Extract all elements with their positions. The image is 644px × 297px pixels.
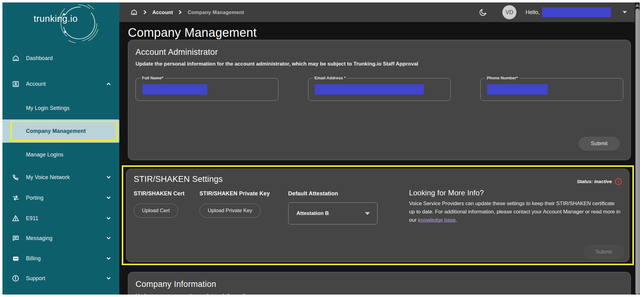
stir-shaken-card: STIR/SHAKEN Settings Status: Inactive ! … xyxy=(126,169,629,262)
sidebar-item-porting[interactable]: Porting xyxy=(2,190,119,205)
info-paragraph: Voice Service Providers can update these… xyxy=(409,200,622,224)
topbar: Account Company Management VD Hello, xyxy=(119,2,635,22)
account-administrator-card: Account Administrator Update the persona… xyxy=(128,40,631,160)
sidebar-item-label: Messaging xyxy=(26,235,52,242)
avatar[interactable]: VD xyxy=(502,5,516,19)
attestation-select[interactable]: Attestation B xyxy=(288,202,378,224)
field-label: Full Name* xyxy=(140,76,165,80)
status-text: Status: Inactive xyxy=(577,179,612,184)
sidebar-item-label: Porting xyxy=(26,195,43,201)
sidebar-item-label: Company Management xyxy=(26,128,86,134)
logo-arcs-icon xyxy=(56,2,102,46)
phone-icon xyxy=(12,173,20,181)
card-subtitle: Update your company's regulatory informa… xyxy=(136,293,623,295)
column-header-cert: STIR/SHAKEN Cert xyxy=(134,190,199,197)
sidebar-item-dashboard[interactable]: Dashboard xyxy=(2,51,119,66)
upload-cert-button[interactable]: Upload Cert xyxy=(134,204,178,218)
app-window: trunking.io Dashboard Account xyxy=(2,2,640,295)
card-title: Company Information xyxy=(136,280,623,289)
phone-number-field[interactable]: Phone Number* xyxy=(480,78,623,101)
breadcrumb-account[interactable]: Account xyxy=(152,9,173,15)
sidebar-item-label: Account xyxy=(26,81,46,87)
moon-icon[interactable] xyxy=(478,8,488,17)
admin-fields-row: Full Name* Email Address * Phone Number* xyxy=(136,78,623,101)
page-title: Company Management xyxy=(128,26,257,39)
warning-triangle-icon xyxy=(12,214,20,222)
redacted-phone xyxy=(487,84,548,95)
info-block: Looking for More Info? Voice Service Pro… xyxy=(409,189,622,224)
chevron-up-icon xyxy=(106,81,111,87)
sidebar-item-manage-logins[interactable]: Manage Logins xyxy=(2,148,119,162)
chevron-down-icon xyxy=(106,235,111,241)
main-content: Account Company Management VD Hello, Com… xyxy=(119,2,635,295)
card-title: STIR/SHAKEN Settings xyxy=(134,175,223,184)
card-title: Account Administrator xyxy=(136,47,623,57)
info-text-end: . xyxy=(456,217,457,223)
sidebar-item-label: My Voice Network xyxy=(26,174,70,181)
field-label: Phone Number* xyxy=(485,76,519,80)
chevron-right-icon xyxy=(143,10,147,15)
chevron-right-icon xyxy=(178,10,183,15)
sidebar-item-my-voice-network[interactable]: My Voice Network xyxy=(2,170,119,185)
column-header-attestation: Default Attestation xyxy=(288,190,386,197)
scrollbar-thumb[interactable] xyxy=(635,9,639,295)
company-information-card: Company Information Update your company'… xyxy=(128,272,631,295)
sidebar-item-label: E911 xyxy=(26,215,38,222)
sidebar-item-company-management[interactable]: Company Management xyxy=(2,119,119,143)
sidebar-item-label: My Login Settings xyxy=(26,105,70,111)
breadcrumb-company-management: Company Management xyxy=(188,9,244,15)
stir-submit-button-disabled[interactable]: Submit xyxy=(584,245,624,259)
stir-shaken-highlight-box: STIR/SHAKEN Settings Status: Inactive ! … xyxy=(122,165,634,265)
greeting-text: Hello, xyxy=(526,9,540,16)
knowledge-base-link[interactable]: knowledge base xyxy=(418,217,456,223)
logo[interactable]: trunking.io xyxy=(2,2,119,42)
chevron-down-icon xyxy=(106,175,111,180)
column-header-private-key: STIR/SHAKEN Private Key xyxy=(199,190,288,197)
chevron-down-icon xyxy=(365,212,370,215)
billing-card-icon xyxy=(12,254,20,262)
error-exclamation-icon: ! xyxy=(615,178,622,185)
home-icon xyxy=(12,54,20,62)
porting-arrows-icon xyxy=(12,194,20,202)
card-subtitle: Update the personal information for the … xyxy=(136,61,623,67)
sidebar-item-label: Manage Logins xyxy=(26,152,63,158)
sidebar-item-label: Support xyxy=(26,275,45,282)
status-badge: Status: Inactive ! xyxy=(577,178,622,185)
sidebar-item-label: Billing xyxy=(26,255,41,262)
sidebar-item-my-login-settings[interactable]: My Login Settings xyxy=(2,101,119,115)
message-bubble-icon xyxy=(12,234,20,242)
sidebar-item-label: Dashboard xyxy=(26,55,53,62)
redacted-email xyxy=(315,84,424,95)
sidebar-item-e911[interactable]: E911 xyxy=(2,211,119,226)
chevron-down-icon xyxy=(106,216,111,221)
chevron-down-icon xyxy=(106,276,111,281)
sidebar-item-support[interactable]: Support xyxy=(2,271,119,286)
email-address-field[interactable]: Email Address * xyxy=(308,78,451,101)
chevron-down-icon[interactable] xyxy=(623,11,627,13)
account-badge-icon xyxy=(12,80,20,88)
sidebar-item-messaging[interactable]: Messaging xyxy=(2,231,119,246)
full-name-field[interactable]: Full Name* xyxy=(136,78,278,101)
sidebar: trunking.io Dashboard Account xyxy=(2,2,119,295)
info-circle-icon xyxy=(12,274,20,282)
info-title: Looking for More Info? xyxy=(409,189,622,197)
attestation-selected-value: Attestation B xyxy=(296,210,329,216)
admin-submit-button[interactable]: Submit xyxy=(579,137,620,150)
chevron-down-icon xyxy=(106,195,111,201)
sidebar-item-billing[interactable]: Billing xyxy=(2,251,119,266)
vertical-scrollbar[interactable] xyxy=(635,2,640,295)
chevron-down-icon xyxy=(106,256,111,261)
logo-text: trunking.io xyxy=(34,13,78,24)
redacted-full-name xyxy=(142,84,207,95)
upload-private-key-button[interactable]: Upload Private Key xyxy=(199,204,261,218)
topbar-right: VD Hello, xyxy=(478,5,627,19)
scrollbar-up-arrow-icon[interactable] xyxy=(635,4,639,7)
sidebar-item-account[interactable]: Account xyxy=(2,77,119,91)
field-label: Email Address * xyxy=(313,76,348,80)
redacted-user-name xyxy=(542,7,611,17)
breadcrumb-home-icon[interactable] xyxy=(130,9,138,16)
